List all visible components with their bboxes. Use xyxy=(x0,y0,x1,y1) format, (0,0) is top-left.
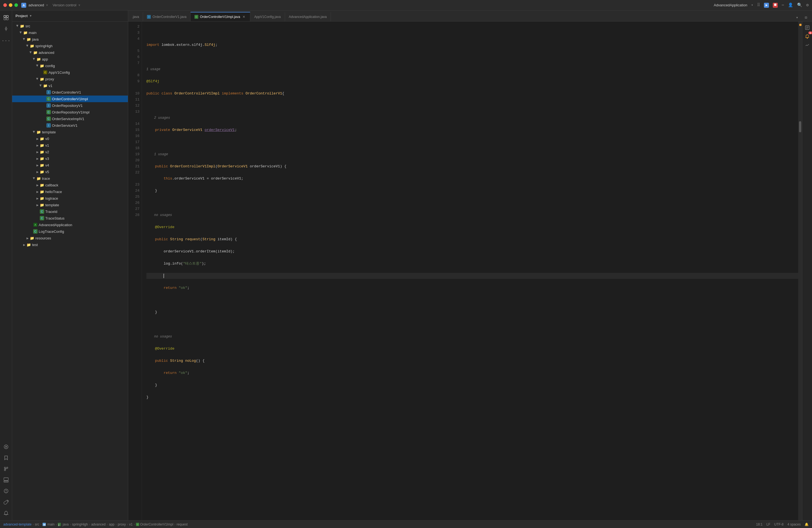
tree-item-v1-proxy[interactable]: ▶ 📁 v1 xyxy=(12,82,128,89)
status-notifications-icon[interactable]: 🔔 xyxy=(804,523,809,526)
breadcrumb-item-7[interactable]: proxy xyxy=(118,523,126,526)
project-name[interactable]: advanced xyxy=(28,3,44,7)
tab-appv1config[interactable]: AppV1Config.java xyxy=(250,12,285,21)
tree-item-main[interactable]: ▶ 📁 main xyxy=(12,29,128,36)
svg-point-13 xyxy=(4,469,5,471)
tree-item-orderservicev1[interactable]: I OrderServiceV1 xyxy=(12,122,128,129)
tree-item-ordercontrollerv1impl[interactable]: C OrderControllerV1Impl xyxy=(12,96,128,102)
tree-item-template-v0[interactable]: ▶ 📁 v0 xyxy=(12,135,128,142)
tree-item-template-v4[interactable]: ▶ 📁 v4 xyxy=(12,162,128,168)
tree-item-config[interactable]: ▶ 📁 config xyxy=(12,62,128,69)
tab-ordercontrollerv1impl[interactable]: C OrderControllerV1Impl.java ✕ xyxy=(191,12,250,21)
warning-icon[interactable] xyxy=(1,486,11,496)
tree-item-tracestatus[interactable]: C TraceStatus xyxy=(12,215,128,221)
tab-ordercontrollerv1[interactable]: I OrderControllerV1.java xyxy=(143,12,191,21)
breadcrumb-item-8[interactable]: v1 xyxy=(129,523,133,526)
minimize-button[interactable] xyxy=(9,3,12,7)
tree-item-trace[interactable]: ▶ 📁 trace xyxy=(12,175,128,182)
tree-item-template-v5[interactable]: ▶ 📁 v5 xyxy=(12,168,128,175)
breadcrumb-item-9[interactable]: C OrderControllerV1Impl xyxy=(136,522,173,527)
tree-item-traceid[interactable]: C TraceId xyxy=(12,208,128,215)
tree-item-src[interactable]: ▶ 📁 src xyxy=(12,23,128,29)
breadcrumb-item-1[interactable]: src xyxy=(35,523,39,526)
breadcrumb-item-5[interactable]: advanced xyxy=(91,523,105,526)
tab-advancedapp[interactable]: AdvancedApplication.java xyxy=(285,12,331,21)
tree-item-ordercontrollerv1[interactable]: I OrderControllerV1 xyxy=(12,89,128,96)
tools-icon[interactable] xyxy=(1,497,11,507)
tree-item-template-v2[interactable]: ▶ 📁 v2 xyxy=(12,149,128,155)
tree-item-logtrace[interactable]: ▶ 📁 logtrace xyxy=(12,195,128,202)
tree-item-trace-template[interactable]: ▶ 📁 template xyxy=(12,202,128,208)
breadcrumb-sep-3: › xyxy=(70,523,71,526)
svg-point-23 xyxy=(807,38,808,39)
breadcrumb-item-0[interactable]: advanced-template xyxy=(3,523,31,526)
tree-item-orderrepositoryv1impl[interactable]: C OrderRepositoryV1Impl xyxy=(12,109,128,115)
right-panel-icon-3[interactable] xyxy=(803,41,811,49)
tree-item-callback[interactable]: ▶ 📁 callback xyxy=(12,182,128,188)
breadcrumb-item-10[interactable]: request xyxy=(176,523,188,526)
tree-item-appv1config[interactable]: C AppV1Config xyxy=(12,69,128,76)
code-editor[interactable]: 2 3 4 5 6 7 8 9 10 11 12 13 14 xyxy=(128,21,798,520)
more-tools-icon[interactable]: ··· xyxy=(1,36,11,46)
code-line-26: } xyxy=(146,382,798,388)
notifications-icon[interactable] xyxy=(1,508,11,518)
tree-item-advancedapp[interactable]: A AdvancedApplication xyxy=(12,221,128,228)
icon-orderrepositoryv1impl: C xyxy=(46,110,51,114)
project-panel-icon[interactable] xyxy=(1,13,11,23)
tree-item-app[interactable]: ▶ 📁 app xyxy=(12,56,128,62)
folder-icon-callback: 📁 xyxy=(40,183,44,187)
tree-label-appv1config: AppV1Config xyxy=(48,70,128,75)
status-position[interactable]: 18:1 xyxy=(756,523,763,526)
tab-dropdown-icon[interactable]: ▾ xyxy=(793,14,801,21)
tab-java[interactable]: .java xyxy=(128,12,143,21)
tree-item-springhigh[interactable]: ▶ 📁 springHigh xyxy=(12,43,128,49)
tree-item-orderrepositoryv1[interactable]: I OrderRepositoryV1 xyxy=(12,102,128,109)
editor-scrollbar[interactable] xyxy=(798,21,802,520)
breadcrumb-item-6[interactable]: app xyxy=(109,523,114,526)
breadcrumb-item-2[interactable]: M main xyxy=(43,523,54,526)
run-config-icon[interactable] xyxy=(1,442,11,452)
layout-icon[interactable] xyxy=(1,475,11,485)
breadcrumb-item-4[interactable]: springHigh xyxy=(72,523,88,526)
commits-icon[interactable] xyxy=(1,24,11,34)
bookmark-icon[interactable] xyxy=(1,453,11,463)
status-encoding[interactable]: UTF-8 xyxy=(774,523,784,526)
tree-item-proxy[interactable]: ▶ 📁 proxy xyxy=(12,76,128,82)
tree-item-template-v1[interactable]: ▶ 📁 v1 xyxy=(12,142,128,149)
tab-close-ordercontrollerv1impl[interactable]: ✕ xyxy=(242,15,246,19)
close-button[interactable] xyxy=(3,3,7,7)
tree-item-logtraceconfig[interactable]: C LogTraceConfig xyxy=(12,228,128,235)
tree-item-resources[interactable]: ▶ 📁 resources xyxy=(12,235,128,241)
tree-item-orderserviceimplv1[interactable]: C OrderServiceImplV1 xyxy=(12,115,128,122)
scrollbar-warning xyxy=(799,24,801,26)
ln-23-hint xyxy=(128,176,140,182)
search-icon[interactable]: 🔍 xyxy=(797,2,802,8)
user-icon[interactable]: 👤 xyxy=(788,2,793,8)
run-button[interactable] xyxy=(764,3,769,8)
spacer-traceid xyxy=(35,209,40,214)
breadcrumb-item-3[interactable]: j java xyxy=(58,523,69,526)
tree-item-hellotrace[interactable]: ▶ 📁 helloTrace xyxy=(12,188,128,195)
version-control[interactable]: Version control xyxy=(53,3,76,7)
scrollbar-thumb[interactable] xyxy=(799,121,801,132)
status-line-ending[interactable]: LF xyxy=(766,523,770,526)
tree-item-advanced[interactable]: ▶ 📁 advanced xyxy=(12,49,128,56)
tab-split-icon[interactable]: ⊡ xyxy=(802,14,810,21)
code-line-7 xyxy=(146,103,798,109)
tree-item-template[interactable]: ▶ 📁 template xyxy=(12,129,128,135)
run-icon[interactable]: ⠿ xyxy=(757,2,760,8)
right-panel-notification[interactable]: 1 xyxy=(803,33,811,40)
settings-icon[interactable]: ⚙ xyxy=(806,2,809,8)
tree-item-java[interactable]: ▶ 📁 java xyxy=(12,36,128,43)
tree-item-template-v3[interactable]: ▶ 📁 v3 xyxy=(12,155,128,162)
maximize-button[interactable] xyxy=(14,3,18,7)
project-dropdown-arrow[interactable]: ▾ xyxy=(30,14,31,18)
tree-item-test[interactable]: ▶ 📁 test xyxy=(12,241,128,248)
status-indentation[interactable]: 4 spaces xyxy=(787,523,801,526)
right-panel-icon-1[interactable] xyxy=(803,24,811,31)
tab-label-ordercontrollerv1: OrderControllerV1.java xyxy=(153,15,186,19)
code-content[interactable]: import lombok.extern.slf4j.Slf4j; 1 usag… xyxy=(142,21,798,520)
stop-button[interactable] xyxy=(773,3,778,8)
more-icon[interactable]: ⋯ xyxy=(782,2,784,8)
git-icon[interactable] xyxy=(1,464,11,474)
